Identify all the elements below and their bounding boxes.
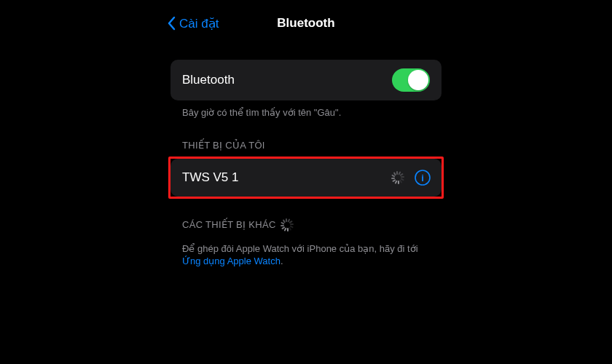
device-info-button[interactable]: i <box>414 169 431 186</box>
device-row-right: i <box>392 169 431 186</box>
hint-prefix: Để ghép đôi Apple Watch với iPhone của b… <box>182 243 418 254</box>
back-label: Cài đặt <box>179 16 219 31</box>
hint-suffix: . <box>280 256 283 266</box>
apple-watch-hint: Để ghép đôi Apple Watch với iPhone của b… <box>170 237 442 268</box>
bluetooth-toggle-group: Bluetooth <box>170 60 442 100</box>
content: Bluetooth Bây giờ có thể tìm thấy với tê… <box>160 39 452 268</box>
annotation-highlight: TWS V5 1 i <box>168 157 444 199</box>
chevron-left-icon <box>168 16 176 31</box>
bluetooth-toggle[interactable] <box>392 68 430 92</box>
discoverable-text: Bây giờ có thể tìm thấy với tên "Gâu". <box>170 100 442 119</box>
spinner-icon <box>392 171 405 184</box>
svg-text:i: i <box>421 172 424 183</box>
navbar: Cài đặt Bluetooth <box>160 7 452 39</box>
bluetooth-label: Bluetooth <box>182 73 235 87</box>
apple-watch-app-link[interactable]: Ứng dụng Apple Watch <box>182 256 280 266</box>
info-icon: i <box>415 170 431 186</box>
other-devices-label: CÁC THIẾT BỊ KHÁC <box>182 219 276 230</box>
device-row-tws[interactable]: TWS V5 1 i <box>170 159 442 197</box>
back-button[interactable]: Cài đặt <box>168 16 219 31</box>
spinner-icon <box>282 219 294 231</box>
my-devices-header: THIẾT BỊ CỦA TÔI <box>170 119 442 157</box>
bluetooth-toggle-row: Bluetooth <box>170 60 442 100</box>
device-name: TWS V5 1 <box>182 170 238 185</box>
toggle-knob <box>408 70 428 90</box>
other-devices-header: CÁC THIẾT BỊ KHÁC <box>170 199 442 237</box>
bluetooth-settings-screen: Cài đặt Bluetooth Bluetooth Bây giờ có t… <box>160 0 452 364</box>
